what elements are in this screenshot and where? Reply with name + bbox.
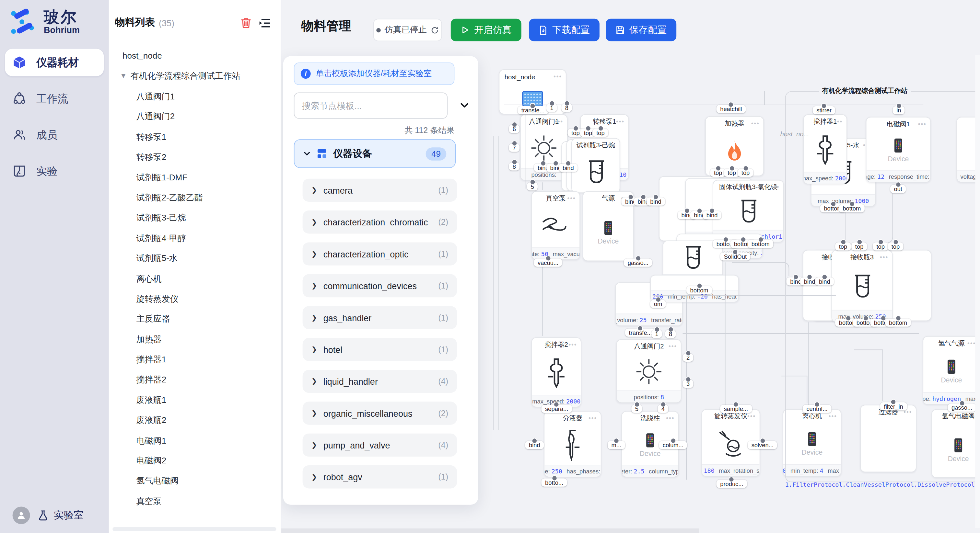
port-in[interactable]: in bbox=[893, 106, 905, 114]
port-top[interactable]: top bbox=[873, 242, 889, 250]
port-filter_in[interactable]: filter_in bbox=[880, 402, 907, 410]
sidebar-item-0[interactable]: 仪器耗材 bbox=[5, 49, 104, 76]
template-item-gas_handler[interactable]: ❯gas_handler(1) bbox=[303, 306, 457, 329]
tree-item[interactable]: 旋转蒸发仪 bbox=[109, 289, 281, 309]
collapse-list-icon[interactable] bbox=[259, 18, 271, 28]
port-top[interactable]: top bbox=[738, 169, 754, 177]
search-template-input[interactable] bbox=[294, 92, 448, 119]
tree-item[interactable]: 转移泵2 bbox=[109, 148, 281, 168]
port-bind[interactable]: bind bbox=[525, 441, 544, 449]
port-centrif[interactable]: centrif... bbox=[803, 405, 831, 413]
port-produc[interactable]: produc... bbox=[716, 479, 747, 488]
tree-item[interactable]: 废液瓶1 bbox=[109, 390, 281, 410]
port-solven[interactable]: solven... bbox=[748, 441, 777, 449]
tree-item[interactable]: 电磁阀1 bbox=[109, 431, 281, 451]
port-top[interactable]: top bbox=[835, 242, 851, 250]
port-bottom[interactable]: bottom bbox=[839, 204, 865, 213]
port-out[interactable]: out bbox=[890, 185, 906, 193]
port-8[interactable]: 8 bbox=[509, 163, 520, 171]
template-item-liquid_handler[interactable]: ❯liquid_handler(4) bbox=[303, 370, 457, 393]
tree-item[interactable]: 试剂瓶1-DMF bbox=[109, 168, 281, 188]
tree-item[interactable]: 试剂瓶2-乙酸乙酯 bbox=[109, 188, 281, 208]
port-stirrer[interactable]: stirrer bbox=[813, 106, 835, 114]
tree-item[interactable]: 离心机 bbox=[109, 269, 281, 289]
port-separa[interactable]: separa... bbox=[541, 405, 572, 413]
tree-item[interactable]: 加热器 bbox=[109, 330, 281, 350]
tree-root-node[interactable]: host_node bbox=[109, 47, 281, 66]
port-top[interactable]: top bbox=[724, 169, 740, 177]
port-8[interactable]: 8 bbox=[561, 104, 572, 112]
port-bind[interactable]: bind bbox=[703, 211, 721, 219]
port-top[interactable]: top bbox=[710, 169, 726, 177]
tree-item[interactable]: 搅拌器2 bbox=[109, 370, 281, 390]
tree-item[interactable]: 搅拌器1 bbox=[109, 350, 281, 370]
port-1[interactable]: 1 bbox=[546, 104, 557, 112]
tree-item[interactable]: 主反应器 bbox=[109, 309, 281, 329]
start-simulation-button[interactable]: 开启仿真 bbox=[451, 19, 522, 41]
port-5[interactable]: 5 bbox=[631, 405, 642, 413]
simulation-status-badge[interactable]: 仿真已停止 bbox=[373, 19, 442, 41]
sidebar-item-3[interactable]: 实验 bbox=[5, 157, 104, 185]
tree-item[interactable]: 八通阀门2 bbox=[109, 107, 281, 127]
port-bottom[interactable]: bottom bbox=[885, 319, 911, 327]
port-heatchill[interactable]: heatchill bbox=[716, 105, 746, 113]
materials-horizontal-scrollbar[interactable] bbox=[113, 527, 276, 531]
port-bottom[interactable]: bottom bbox=[686, 286, 712, 294]
port-m[interactable]: m... bbox=[608, 441, 625, 449]
port-bind[interactable]: bind bbox=[815, 277, 834, 285]
port-om[interactable]: om bbox=[650, 300, 666, 308]
tree-workstation-node[interactable]: ▼ 有机化学流程综合测试工作站 bbox=[109, 66, 281, 87]
template-item-communication_devices[interactable]: ❯communication_devices(1) bbox=[303, 274, 457, 297]
template-item-characterization_chromatic[interactable]: ❯characterization_chromatic(2) bbox=[303, 211, 457, 233]
template-item-organic_miscellaneous[interactable]: ❯organic_miscellaneous(2) bbox=[303, 401, 457, 425]
template-item-pump_and_valve[interactable]: ❯pump_and_valve(4) bbox=[303, 434, 457, 457]
port-4[interactable]: 4 bbox=[657, 405, 668, 413]
port-7[interactable]: 7 bbox=[509, 144, 520, 152]
port-8[interactable]: 8 bbox=[665, 330, 676, 338]
sidebar-item-1[interactable]: 工作流 bbox=[5, 85, 104, 113]
trash-icon[interactable] bbox=[241, 17, 251, 29]
port-botto[interactable]: botto... bbox=[541, 479, 567, 487]
port-bind[interactable]: bind bbox=[646, 198, 665, 206]
port-top[interactable]: top bbox=[593, 128, 609, 136]
port-gasso[interactable]: gasso... bbox=[948, 403, 976, 412]
chevron-down-icon[interactable]: ▼ bbox=[120, 72, 127, 79]
tree-item[interactable]: 试剂瓶4-甲醇 bbox=[109, 228, 281, 249]
tree-item[interactable]: 转移泵1 bbox=[109, 127, 281, 148]
port-sample[interactable]: sample... bbox=[720, 405, 752, 413]
save-config-button[interactable]: 保存配置 bbox=[606, 19, 676, 41]
port-top[interactable]: top bbox=[851, 242, 867, 250]
template-item-camera[interactable]: ❯camera(1) bbox=[303, 179, 457, 202]
port-SolidOut[interactable]: SolidOut bbox=[720, 252, 750, 260]
port-2[interactable]: 2 bbox=[682, 354, 693, 362]
port-colum[interactable]: colum... bbox=[659, 441, 687, 449]
category-instruments[interactable]: 仪器设备 49 bbox=[294, 139, 456, 168]
port-bottom[interactable]: bottom bbox=[748, 240, 773, 248]
sidebar-item-2[interactable]: 成员 bbox=[5, 121, 104, 149]
template-item-characterization_optic[interactable]: ❯characterization_optic(1) bbox=[303, 242, 457, 265]
port-bind[interactable]: bind bbox=[559, 163, 578, 171]
avatar[interactable] bbox=[13, 506, 30, 524]
port-top[interactable]: top bbox=[888, 242, 904, 250]
port-transfe[interactable]: transfe... bbox=[517, 106, 548, 114]
tree-item[interactable]: 八通阀门1 bbox=[109, 87, 281, 107]
port-gasso[interactable]: gasso... bbox=[624, 259, 652, 267]
port-3[interactable]: 3 bbox=[682, 380, 693, 388]
refresh-icon[interactable] bbox=[431, 26, 439, 34]
template-item-hotel[interactable]: ❯hotel(1) bbox=[303, 338, 457, 361]
tree-item[interactable]: 氢气电磁阀 bbox=[109, 471, 281, 491]
tree-item[interactable]: 试剂瓶3-己烷 bbox=[109, 208, 281, 228]
port-5[interactable]: 5 bbox=[527, 182, 538, 190]
canvas-vertical-scrollbar[interactable] bbox=[975, 55, 980, 528]
template-item-robot_agv[interactable]: ❯robot_agv(1) bbox=[303, 465, 457, 488]
port-vacuu[interactable]: vacuu... bbox=[534, 259, 562, 267]
tree-item[interactable]: 试剂瓶5-水 bbox=[109, 249, 281, 269]
lab-switcher[interactable]: 实验室 bbox=[38, 509, 84, 522]
tree-item[interactable]: 真空泵 bbox=[109, 492, 281, 512]
tree-item[interactable]: 废液瓶2 bbox=[109, 411, 281, 431]
download-config-button[interactable]: 下载配置 bbox=[529, 19, 600, 41]
port-1[interactable]: 1 bbox=[651, 330, 662, 338]
port-6[interactable]: 6 bbox=[509, 125, 520, 133]
tree-item[interactable]: 电磁阀2 bbox=[109, 451, 281, 471]
collapse-panel-chevron-icon[interactable] bbox=[460, 100, 469, 110]
